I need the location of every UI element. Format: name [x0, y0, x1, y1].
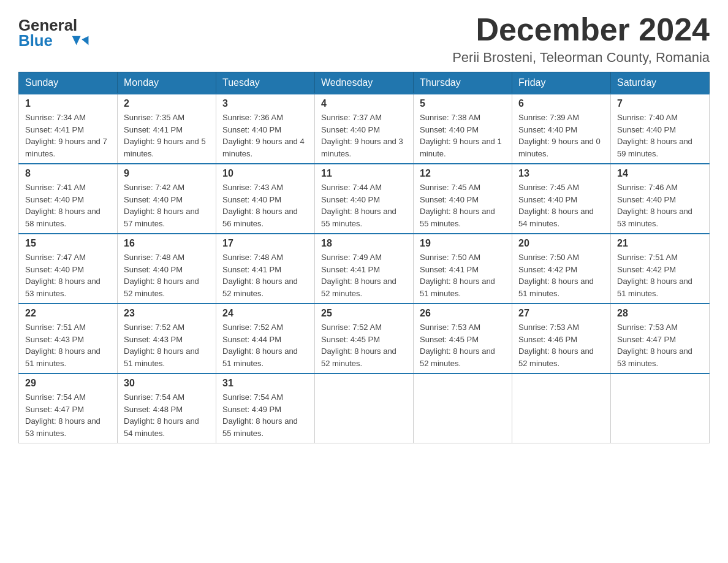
day-number: 12	[420, 168, 506, 179]
col-wednesday: Wednesday	[315, 72, 414, 94]
day-number: 3	[222, 98, 308, 109]
day-cell: 11 Sunrise: 7:44 AM Sunset: 4:40 PM Dayl…	[315, 164, 414, 234]
day-number: 15	[25, 238, 111, 249]
day-info: Sunrise: 7:52 AM Sunset: 4:45 PM Dayligh…	[321, 321, 407, 369]
day-cell: 21 Sunrise: 7:51 AM Sunset: 4:42 PM Dayl…	[611, 234, 710, 304]
day-cell: 1 Sunrise: 7:34 AM Sunset: 4:41 PM Dayli…	[19, 94, 118, 164]
day-cell: 31 Sunrise: 7:54 AM Sunset: 4:49 PM Dayl…	[216, 373, 315, 443]
day-cell	[414, 373, 512, 443]
day-number: 7	[617, 98, 703, 109]
page-header: General Blue December 2024 Perii Brosten…	[18, 12, 710, 66]
week-row-3: 15 Sunrise: 7:47 AM Sunset: 4:40 PM Dayl…	[19, 234, 710, 304]
day-info: Sunrise: 7:45 AM Sunset: 4:40 PM Dayligh…	[518, 182, 604, 229]
calendar-header: Sunday Monday Tuesday Wednesday Thursday…	[19, 72, 710, 94]
title-section: December 2024 Perii Brosteni, Teleorman …	[452, 12, 710, 66]
day-cell: 2 Sunrise: 7:35 AM Sunset: 4:41 PM Dayli…	[118, 94, 216, 164]
day-info: Sunrise: 7:50 AM Sunset: 4:42 PM Dayligh…	[518, 251, 604, 299]
day-cell: 4 Sunrise: 7:37 AM Sunset: 4:40 PM Dayli…	[315, 94, 414, 164]
day-number: 13	[518, 168, 604, 179]
day-number: 28	[617, 308, 703, 319]
day-number: 29	[25, 378, 111, 389]
day-info: Sunrise: 7:34 AM Sunset: 4:41 PM Dayligh…	[25, 112, 111, 159]
day-cell: 9 Sunrise: 7:42 AM Sunset: 4:40 PM Dayli…	[118, 164, 216, 234]
day-cell: 7 Sunrise: 7:40 AM Sunset: 4:40 PM Dayli…	[611, 94, 710, 164]
day-cell: 5 Sunrise: 7:38 AM Sunset: 4:40 PM Dayli…	[414, 94, 512, 164]
day-info: Sunrise: 7:44 AM Sunset: 4:40 PM Dayligh…	[321, 182, 407, 229]
day-info: Sunrise: 7:42 AM Sunset: 4:40 PM Dayligh…	[124, 182, 210, 229]
day-info: Sunrise: 7:51 AM Sunset: 4:43 PM Dayligh…	[25, 321, 111, 369]
week-row-1: 1 Sunrise: 7:34 AM Sunset: 4:41 PM Dayli…	[19, 94, 710, 164]
day-cell: 20 Sunrise: 7:50 AM Sunset: 4:42 PM Dayl…	[512, 234, 611, 304]
day-cell: 25 Sunrise: 7:52 AM Sunset: 4:45 PM Dayl…	[315, 304, 414, 373]
col-thursday: Thursday	[414, 72, 512, 94]
day-number: 22	[25, 308, 111, 319]
col-tuesday: Tuesday	[216, 72, 315, 94]
day-cell: 12 Sunrise: 7:45 AM Sunset: 4:40 PM Dayl…	[414, 164, 512, 234]
day-info: Sunrise: 7:48 AM Sunset: 4:41 PM Dayligh…	[222, 251, 308, 299]
logo-svg: General Blue	[18, 12, 92, 49]
col-friday: Friday	[512, 72, 611, 94]
day-info: Sunrise: 7:53 AM Sunset: 4:47 PM Dayligh…	[617, 321, 703, 369]
day-cell: 14 Sunrise: 7:46 AM Sunset: 4:40 PM Dayl…	[611, 164, 710, 234]
day-info: Sunrise: 7:40 AM Sunset: 4:40 PM Dayligh…	[617, 112, 703, 159]
day-info: Sunrise: 7:39 AM Sunset: 4:40 PM Dayligh…	[518, 112, 604, 159]
day-number: 11	[321, 168, 407, 179]
day-info: Sunrise: 7:37 AM Sunset: 4:40 PM Dayligh…	[321, 112, 407, 159]
day-cell	[611, 373, 710, 443]
day-info: Sunrise: 7:54 AM Sunset: 4:47 PM Dayligh…	[25, 391, 111, 439]
day-cell: 16 Sunrise: 7:48 AM Sunset: 4:40 PM Dayl…	[118, 234, 216, 304]
day-number: 19	[420, 238, 506, 249]
day-cell: 17 Sunrise: 7:48 AM Sunset: 4:41 PM Dayl…	[216, 234, 315, 304]
day-number: 20	[518, 238, 604, 249]
day-cell: 23 Sunrise: 7:52 AM Sunset: 4:43 PM Dayl…	[118, 304, 216, 373]
day-cell: 6 Sunrise: 7:39 AM Sunset: 4:40 PM Dayli…	[512, 94, 611, 164]
day-cell: 30 Sunrise: 7:54 AM Sunset: 4:48 PM Dayl…	[118, 373, 216, 443]
col-saturday: Saturday	[611, 72, 710, 94]
day-number: 14	[617, 168, 703, 179]
week-row-5: 29 Sunrise: 7:54 AM Sunset: 4:47 PM Dayl…	[19, 373, 710, 443]
svg-marker-2	[72, 36, 81, 45]
day-info: Sunrise: 7:35 AM Sunset: 4:41 PM Dayligh…	[124, 112, 210, 159]
day-number: 18	[321, 238, 407, 249]
svg-text:General: General	[18, 17, 77, 34]
day-number: 6	[518, 98, 604, 109]
day-number: 10	[222, 168, 308, 179]
day-cell: 13 Sunrise: 7:45 AM Sunset: 4:40 PM Dayl…	[512, 164, 611, 234]
day-number: 26	[420, 308, 506, 319]
day-info: Sunrise: 7:38 AM Sunset: 4:40 PM Dayligh…	[420, 112, 506, 159]
day-info: Sunrise: 7:48 AM Sunset: 4:40 PM Dayligh…	[124, 251, 210, 299]
day-number: 5	[420, 98, 506, 109]
day-info: Sunrise: 7:47 AM Sunset: 4:40 PM Dayligh…	[25, 251, 111, 299]
calendar-body: 1 Sunrise: 7:34 AM Sunset: 4:41 PM Dayli…	[19, 94, 710, 443]
day-number: 27	[518, 308, 604, 319]
day-number: 1	[25, 98, 111, 109]
day-cell: 3 Sunrise: 7:36 AM Sunset: 4:40 PM Dayli…	[216, 94, 315, 164]
day-cell: 18 Sunrise: 7:49 AM Sunset: 4:41 PM Dayl…	[315, 234, 414, 304]
day-info: Sunrise: 7:50 AM Sunset: 4:41 PM Dayligh…	[420, 251, 506, 299]
day-cell: 22 Sunrise: 7:51 AM Sunset: 4:43 PM Dayl…	[19, 304, 118, 373]
svg-marker-3	[82, 36, 88, 45]
day-cell: 28 Sunrise: 7:53 AM Sunset: 4:47 PM Dayl…	[611, 304, 710, 373]
day-info: Sunrise: 7:52 AM Sunset: 4:43 PM Dayligh…	[124, 321, 210, 369]
day-cell: 15 Sunrise: 7:47 AM Sunset: 4:40 PM Dayl…	[19, 234, 118, 304]
day-info: Sunrise: 7:36 AM Sunset: 4:40 PM Dayligh…	[222, 112, 308, 159]
day-info: Sunrise: 7:49 AM Sunset: 4:41 PM Dayligh…	[321, 251, 407, 299]
day-number: 17	[222, 238, 308, 249]
day-info: Sunrise: 7:51 AM Sunset: 4:42 PM Dayligh…	[617, 251, 703, 299]
day-info: Sunrise: 7:43 AM Sunset: 4:40 PM Dayligh…	[222, 182, 308, 229]
calendar-title: December 2024	[452, 12, 710, 47]
day-number: 30	[124, 378, 210, 389]
day-info: Sunrise: 7:54 AM Sunset: 4:49 PM Dayligh…	[222, 391, 308, 439]
day-number: 8	[25, 168, 111, 179]
day-cell: 26 Sunrise: 7:53 AM Sunset: 4:45 PM Dayl…	[414, 304, 512, 373]
day-cell	[315, 373, 414, 443]
day-number: 4	[321, 98, 407, 109]
day-cell: 8 Sunrise: 7:41 AM Sunset: 4:40 PM Dayli…	[19, 164, 118, 234]
day-cell: 29 Sunrise: 7:54 AM Sunset: 4:47 PM Dayl…	[19, 373, 118, 443]
day-number: 31	[222, 378, 308, 389]
week-row-2: 8 Sunrise: 7:41 AM Sunset: 4:40 PM Dayli…	[19, 164, 710, 234]
day-cell: 10 Sunrise: 7:43 AM Sunset: 4:40 PM Dayl…	[216, 164, 315, 234]
day-cell	[512, 373, 611, 443]
day-info: Sunrise: 7:46 AM Sunset: 4:40 PM Dayligh…	[617, 182, 703, 229]
day-info: Sunrise: 7:45 AM Sunset: 4:40 PM Dayligh…	[420, 182, 506, 229]
